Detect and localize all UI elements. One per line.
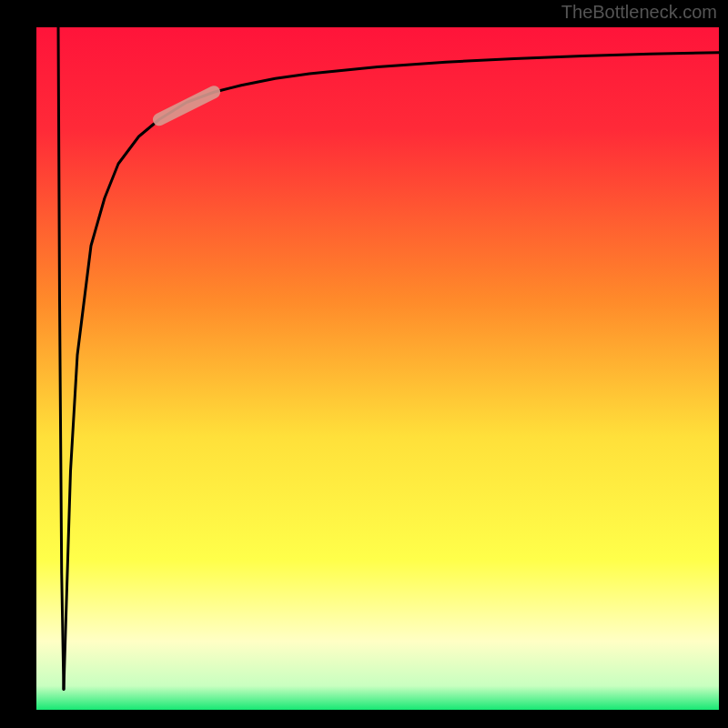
highlight-segment xyxy=(159,92,214,119)
curve-layer xyxy=(36,27,719,710)
bottleneck-curve-main xyxy=(64,53,719,690)
attribution-text: TheBottleneck.com xyxy=(561,2,717,23)
bottleneck-curve-left-descent xyxy=(58,27,64,690)
plot-area xyxy=(36,27,719,710)
